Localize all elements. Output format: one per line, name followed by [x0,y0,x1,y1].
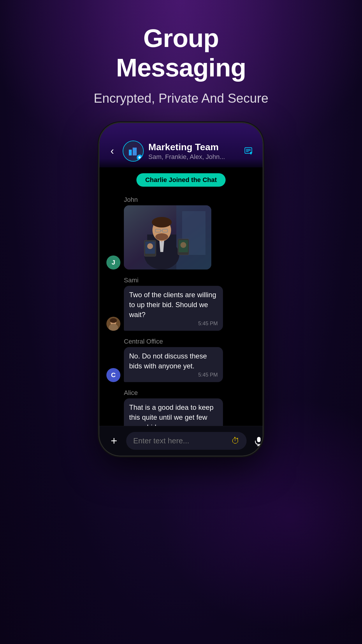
message-bubble: That is a good idea to keep this quite u… [124,398,223,426]
message-bubble: No. Do not discuss these bids with anyon… [124,347,223,382]
bubble-text: That is a good idea to keep this quite u… [129,402,218,426]
sender-name: John [124,196,256,204]
svg-rect-2 [130,152,131,153]
avatar [106,317,120,331]
input-bar: + ⏱ [99,426,263,456]
message-input[interactable] [133,436,228,445]
svg-point-35 [110,318,117,323]
message-row: Sami [106,276,256,331]
image-message [124,205,211,270]
bubble-text: Two of the clients are willing to up the… [129,290,218,319]
message-content: J [106,205,256,270]
back-button[interactable]: ‹ [106,145,118,157]
phone-frame: ‹ [99,123,263,456]
svg-rect-36 [257,437,261,442]
message-row: Alice A That is a good idea to keep this… [106,389,256,426]
svg-point-29 [147,243,153,249]
phone-screen: ‹ [99,123,263,456]
group-members: Sam, Frankie, Alex, John... [148,153,236,161]
mic-button[interactable] [251,433,263,449]
svg-rect-4 [135,149,136,150]
group-avatar [123,141,144,162]
avatar: J [106,256,120,270]
page-subtitle: Encrypted, Private And Secure [94,91,268,106]
sender-name: Central Office [124,338,256,345]
bubble-text: No. Do not discuss these bids with anyon… [129,351,218,371]
avatar-badge [137,155,143,160]
svg-point-21 [152,217,172,228]
chat-header: ‹ [99,123,263,167]
svg-point-25 [155,233,168,240]
page-title: GroupMessaging [116,23,246,82]
clock-icon[interactable]: ⏱ [231,436,240,446]
message-row: Central Office C No. Do not discuss thes… [106,338,256,382]
messages-area: Charlie Joined the Chat John J [99,167,263,426]
sender-name: Alice [124,389,256,397]
join-notification: Charlie Joined the Chat [106,173,256,187]
sender-name: Sami [124,276,256,284]
svg-rect-5 [133,151,134,152]
compose-icon[interactable] [241,144,256,158]
message-content: A That is a good idea to keep this quite… [106,398,256,426]
svg-point-31 [180,242,186,248]
join-badge: Charlie Joined the Chat [136,173,226,187]
text-input-wrapper[interactable]: ⏱ [126,432,247,450]
svg-rect-6 [135,151,136,152]
phone-mockup: ‹ [99,123,263,456]
group-name: Marketing Team [148,142,236,153]
add-button[interactable]: + [106,433,122,449]
message-content: C No. Do not discuss these bids with any… [106,347,256,382]
avatar: C [106,368,120,382]
svg-point-7 [138,156,141,159]
avatar-image [106,317,120,331]
message-row: John J [106,196,256,270]
bubble-time: 5:45 PM [129,372,218,378]
svg-rect-3 [133,149,134,150]
message-bubble: Two of the clients are willing to up the… [124,286,223,331]
group-info: Marketing Team Sam, Frankie, Alex, John.… [148,142,236,161]
bubble-time: 5:45 PM [129,321,218,327]
message-content: Two of the clients are willing to up the… [106,286,256,331]
